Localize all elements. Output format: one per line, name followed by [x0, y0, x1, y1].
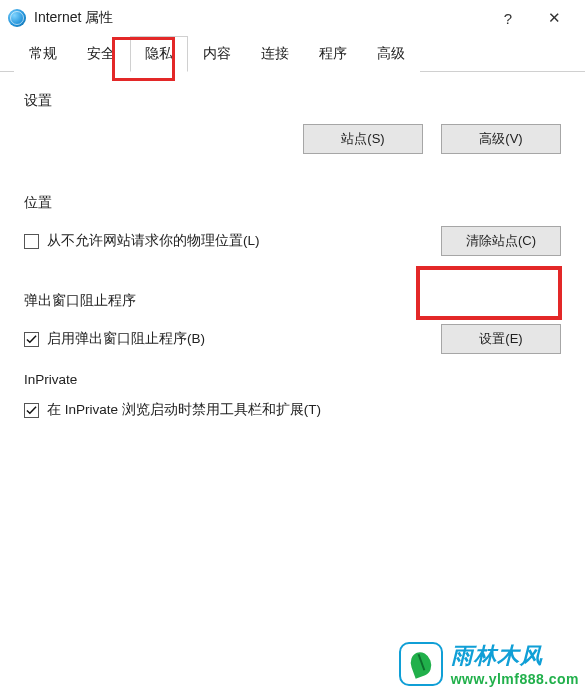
location-checkbox[interactable]	[24, 234, 39, 249]
popup-checkbox-row[interactable]: 启用弹出窗口阻止程序(B)	[24, 330, 205, 348]
location-checkbox-row[interactable]: 从不允许网站请求你的物理位置(L)	[24, 232, 260, 250]
tab-privacy[interactable]: 隐私	[130, 36, 188, 72]
titlebar: Internet 属性 ? ✕	[0, 0, 585, 36]
check-icon	[26, 334, 37, 345]
watermark-brand: 雨林木风	[451, 641, 579, 671]
popup-checkbox[interactable]	[24, 332, 39, 347]
clear-sites-button[interactable]: 清除站点(C)	[441, 226, 561, 256]
tab-general[interactable]: 常规	[14, 36, 72, 72]
inprivate-checkbox-row[interactable]: 在 InPrivate 浏览启动时禁用工具栏和扩展(T)	[24, 401, 561, 419]
close-button[interactable]: ✕	[531, 3, 577, 33]
location-checkbox-label: 从不允许网站请求你的物理位置(L)	[47, 232, 260, 250]
sites-button[interactable]: 站点(S)	[303, 124, 423, 154]
popup-settings-button[interactable]: 设置(E)	[441, 324, 561, 354]
tab-advanced[interactable]: 高级	[362, 36, 420, 72]
tab-connections[interactable]: 连接	[246, 36, 304, 72]
section-inprivate-label: InPrivate	[24, 372, 561, 387]
advanced-button[interactable]: 高级(V)	[441, 124, 561, 154]
globe-icon	[8, 9, 26, 27]
tab-programs[interactable]: 程序	[304, 36, 362, 72]
section-settings-label: 设置	[24, 92, 561, 110]
inprivate-checkbox[interactable]	[24, 403, 39, 418]
window-title: Internet 属性	[34, 9, 485, 27]
inprivate-checkbox-label: 在 InPrivate 浏览启动时禁用工具栏和扩展(T)	[47, 401, 321, 419]
section-popup-label: 弹出窗口阻止程序	[24, 292, 561, 310]
watermark-url: www.ylmf888.com	[451, 671, 579, 687]
leaf-icon	[407, 649, 434, 678]
tab-panel-privacy: 设置 站点(S) 高级(V) 位置 从不允许网站请求你的物理位置(L) 清除站点…	[0, 72, 585, 419]
watermark: 雨林木风 www.ylmf888.com	[399, 641, 579, 687]
watermark-logo-icon	[399, 642, 443, 686]
tab-content[interactable]: 内容	[188, 36, 246, 72]
section-location-label: 位置	[24, 194, 561, 212]
check-icon	[26, 405, 37, 416]
tab-security[interactable]: 安全	[72, 36, 130, 72]
tab-strip: 常规 安全 隐私 内容 连接 程序 高级	[0, 36, 585, 72]
watermark-text: 雨林木风 www.ylmf888.com	[451, 641, 579, 687]
help-button[interactable]: ?	[485, 3, 531, 33]
popup-checkbox-label: 启用弹出窗口阻止程序(B)	[47, 330, 205, 348]
